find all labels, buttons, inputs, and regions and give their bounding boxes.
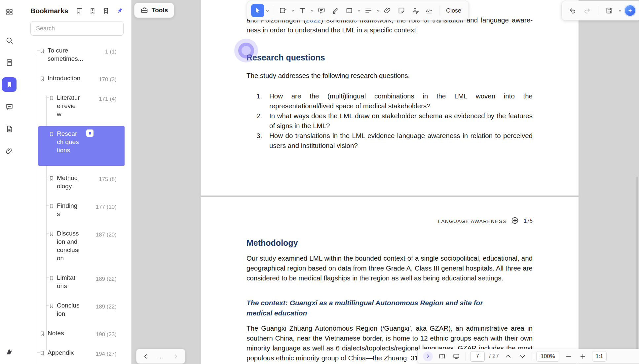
vertical-scrollbar[interactable] (636, 177, 638, 350)
text-icon (298, 7, 306, 15)
bookmark-item-to-cure[interactable]: To cure sometimes... 1 (1) (19, 46, 131, 63)
save-icon (605, 7, 613, 15)
comment-tool-button[interactable] (315, 4, 328, 17)
bookmark-settings-icon[interactable] (102, 7, 110, 15)
highlight-tool-button[interactable] (329, 4, 342, 17)
shape-tool-button[interactable] (343, 4, 356, 17)
back-button[interactable] (143, 354, 148, 359)
zoom-in-button[interactable] (578, 351, 588, 361)
highlighter-icon (331, 7, 339, 15)
zoom-out-button[interactable] (564, 351, 574, 361)
text-tool-button[interactable] (296, 4, 309, 17)
attachment-tool-button[interactable] (381, 4, 394, 17)
bookmark-icon (49, 175, 54, 183)
more-options-button[interactable]: ... (157, 352, 165, 360)
signature-icon (425, 7, 433, 15)
bookmarks-panel-button[interactable] (2, 77, 17, 92)
bookmark-icon (49, 130, 54, 139)
book-open-icon (438, 353, 446, 360)
methodology-paragraph: Our study examined LML within the bounde… (246, 253, 533, 283)
bookmark-icon (40, 47, 45, 55)
comments-panel-button[interactable] (2, 99, 17, 114)
paperclip-icon (384, 7, 392, 15)
bookmark-search-input[interactable] (30, 21, 124, 36)
bookmark-item-discussion-and-conclusion[interactable]: Discussion and conclusion 187 (20) (19, 229, 131, 262)
tools-button[interactable]: Tools (134, 3, 174, 18)
redo-button[interactable] (581, 4, 593, 17)
page-number-label: 175 (524, 218, 533, 224)
presentation-mode-button[interactable] (451, 351, 461, 361)
signature-tool-button[interactable] (423, 4, 436, 17)
document-view[interactable]: and Polzenhagen (2022) schematic framewo… (132, 0, 639, 364)
bookmark-icon (40, 75, 45, 83)
notes-panel-button[interactable] (2, 122, 17, 136)
undo-button[interactable] (566, 4, 579, 17)
next-page-button[interactable] (517, 351, 527, 361)
stamp-tool-button[interactable] (395, 4, 408, 17)
search-panel-button[interactable] (2, 33, 17, 48)
question-item: 1. How are the (multi)lingual combinatio… (256, 91, 533, 111)
fill-sign-tool-button[interactable] (409, 4, 422, 17)
bookmark-item-introduction[interactable]: Introduction 170 (3) (19, 74, 131, 82)
bookmark-icon (49, 202, 54, 211)
pdf-page-174: and Polzenhagen (2022) schematic framewo… (201, 0, 579, 196)
bookmark-item-literature-review[interactable]: Literature review 171 (4) (19, 93, 131, 118)
pdf-page-175: LANGUAGE AWARENESS 175 Methodology Our s… (201, 197, 579, 364)
question-item: 2. In what ways does the LML draw on sta… (256, 111, 533, 131)
expand-panel-button[interactable] (423, 351, 433, 361)
actual-size-button[interactable]: 1:1 (592, 351, 607, 362)
shape-tool-caret[interactable] (357, 4, 361, 17)
undo-icon (569, 7, 577, 15)
bookmark-item-methodology[interactable]: Methodology 175 (8) (19, 174, 131, 190)
zoom-level-select[interactable]: 100% (536, 351, 559, 362)
redo-icon (583, 7, 591, 15)
bookmarks-panel-title: Bookmarks (30, 7, 75, 15)
table-tool-caret[interactable] (376, 4, 380, 17)
select-tool-caret[interactable] (265, 4, 270, 17)
intro-sentence: The study addresses the following resear… (246, 71, 533, 81)
edit-tool-caret[interactable] (290, 4, 295, 17)
person-sign-icon (411, 7, 419, 15)
ai-assistant-button[interactable]: ✦ (624, 5, 636, 17)
bookmark-icon (49, 274, 54, 283)
add-child-bookmark-icon[interactable] (88, 7, 97, 15)
journal-logo-icon (511, 216, 519, 226)
cursor-arrow-icon (254, 7, 262, 15)
app-logo-icon (2, 344, 17, 359)
chevron-left-icon (143, 354, 148, 359)
bookmark-item-notes[interactable]: Notes 190 (23) (19, 329, 131, 337)
select-tool-button[interactable] (251, 4, 264, 17)
thumbnails-panel-button[interactable] (2, 55, 17, 70)
left-icon-rail (0, 0, 19, 364)
table-tool-button[interactable] (362, 4, 375, 17)
bookmark-item-limitations[interactable]: Limitations 189 (22) (19, 273, 131, 290)
save-caret[interactable] (618, 4, 622, 17)
previous-page-button[interactable] (503, 351, 513, 361)
reading-mode-button[interactable] (437, 351, 447, 361)
chevron-up-icon (505, 353, 512, 360)
forward-button[interactable] (173, 354, 178, 359)
page-total-label: / 27 (489, 353, 499, 360)
text-tool-caret[interactable] (310, 4, 314, 17)
bookmark-item-appendix[interactable]: Appendix 194 (27) (19, 348, 131, 357)
bookmark-icon (40, 349, 45, 358)
app-menu-button[interactable] (2, 5, 17, 19)
bookmark-item-findings[interactable]: Findings 177 (10) (19, 201, 131, 218)
research-questions-list: 1. How are the (multi)lingual combinatio… (246, 91, 533, 151)
bookmark-item-conclusion[interactable]: Conclusion 189 (22) (19, 301, 131, 318)
attachments-panel-button[interactable] (2, 144, 17, 158)
chevron-down-icon (519, 353, 526, 360)
save-button[interactable] (603, 4, 616, 17)
running-header: LANGUAGE AWARENESS 175 (246, 216, 533, 226)
close-button[interactable]: Close (443, 7, 465, 14)
pin-panel-icon[interactable] (115, 7, 124, 15)
bookmark-icon (40, 330, 45, 338)
bookmark-icon (49, 94, 54, 103)
paragraph-fragment: ness in order to understand the LML in a… (246, 25, 533, 35)
add-bookmark-icon[interactable] (75, 7, 83, 15)
sticker-icon (397, 7, 405, 15)
bookmark-item-research-questions[interactable]: Research questions 174 (7) (19, 129, 131, 163)
bookmark-icon (49, 230, 54, 238)
page-number-input[interactable] (470, 351, 485, 362)
edit-tool-button[interactable] (277, 4, 290, 17)
